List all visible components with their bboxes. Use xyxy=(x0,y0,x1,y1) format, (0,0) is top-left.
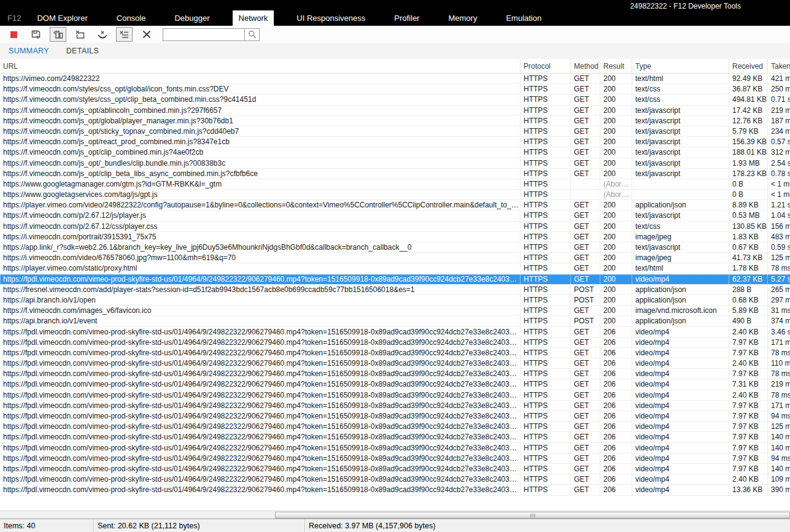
table-row[interactable]: https://fpdl.vimeocdn.com/vimeo-prod-sky… xyxy=(0,348,790,358)
table-row[interactable]: https://f.vimeocdn.com/js_opt/_bundles/c… xyxy=(0,158,790,169)
table-row[interactable]: https://i.vimeocdn.com/portrait/3915391_… xyxy=(0,232,790,242)
table-row[interactable]: https://app.link/_r?sdk=web2.26.1&branch… xyxy=(0,242,790,253)
clear-session-icon xyxy=(75,29,85,40)
table-row[interactable]: https://www.googletagservices.com/tag/js… xyxy=(0,190,790,200)
tab-console[interactable]: Console xyxy=(110,10,152,26)
cell-result: 200 xyxy=(600,126,632,136)
cell-taken: 78 ms xyxy=(768,369,790,379)
subtab-details[interactable]: DETAILS xyxy=(66,47,99,55)
table-row[interactable]: https://fpdl.vimeocdn.com/vimeo-prod-sky… xyxy=(0,464,790,474)
table-row[interactable]: https://f.vimeocdn.com/styles/css_opt/cl… xyxy=(0,94,790,105)
column-header-taken[interactable]: Taken xyxy=(768,59,790,73)
clear-cache-button[interactable] xyxy=(94,27,110,42)
cell-received: 7.97 KB xyxy=(729,464,768,474)
cell-type: text/css xyxy=(632,94,729,104)
capture-traffic-toggle-button[interactable] xyxy=(50,27,66,42)
table-row[interactable]: https://fpdl.vimeocdn.com/vimeo-prod-sky… xyxy=(0,369,790,379)
table-row[interactable]: https://player.vimeo.com/static/proxy.ht… xyxy=(0,263,790,274)
cell-type: video/mp4 xyxy=(632,348,729,358)
cell-result: 200 xyxy=(600,169,632,179)
search-button[interactable] xyxy=(244,29,259,40)
cell-type: application/json xyxy=(632,316,729,326)
table-row[interactable]: https://fpdl.vimeocdn.com/vimeo-prod-sky… xyxy=(0,443,790,453)
tab-memory[interactable]: Memory xyxy=(442,10,483,26)
tab-network[interactable]: Network xyxy=(233,10,274,26)
cell-protocol: HTTPS xyxy=(521,232,571,242)
table-row[interactable]: https://fpdl.vimeocdn.com/vimeo-prod-sky… xyxy=(0,453,790,464)
cell-received: 0 B xyxy=(729,190,768,199)
table-row[interactable]: https://fresnel.vimeocdn.com/add/player-… xyxy=(0,285,790,295)
tab-dom-explorer[interactable]: DOM Explorer xyxy=(31,10,93,26)
cell-method: GET xyxy=(571,106,600,115)
table-row[interactable]: https://f.vimeocdn.com/js_opt/clip_combi… xyxy=(0,147,790,158)
table-row[interactable]: https://fpdl.vimeocdn.com/vimeo-prod-sky… xyxy=(0,411,790,422)
table-row[interactable]: https://vimeo.com/249822322HTTPSGET200te… xyxy=(0,74,790,84)
cell-protocol: HTTPS xyxy=(521,337,571,347)
horizontal-scrollbar-thumb[interactable] xyxy=(275,512,790,519)
cell-result: 206 xyxy=(600,348,632,358)
tab-profiler[interactable]: Profiler xyxy=(388,10,425,26)
column-header-url[interactable]: URL xyxy=(0,59,521,73)
cell-type: text/css xyxy=(632,222,729,231)
table-row[interactable]: https://fpdl.vimeocdn.com/vimeo-prod-sky… xyxy=(0,401,790,411)
column-header-method[interactable]: Method xyxy=(571,59,600,73)
table-row[interactable]: https://f.vimeocdn.com/js_opt/ablincoln_… xyxy=(0,106,790,116)
table-row[interactable]: https://fpdl.vimeocdn.com/vimeo-prod-sky… xyxy=(0,422,790,432)
table-row[interactable]: https://player.vimeo.com/video/249822322… xyxy=(0,200,790,210)
cell-received: 8.89 KB xyxy=(729,200,768,210)
cell-url: https://fpdl.vimeocdn.com/vimeo-prod-sky… xyxy=(0,464,521,474)
clear-session-button[interactable] xyxy=(72,27,88,42)
cell-result: 200 xyxy=(600,222,632,231)
table-row[interactable]: https://f.vimeocdn.com/images_v6/favicon… xyxy=(0,306,790,316)
table-row[interactable]: https://f.vimeocdn.com/js_opt/react_prod… xyxy=(0,137,790,147)
table-row[interactable]: https://fpdl.vimeocdn.com/vimeo-prod-sky… xyxy=(0,358,790,369)
table-row[interactable]: https://f.vimeocdn.com/js_opt/global/pla… xyxy=(0,116,790,126)
cell-type xyxy=(632,179,729,189)
table-row[interactable]: https://fpdl.vimeocdn.com/vimeo-prod-sky… xyxy=(0,485,790,495)
table-row[interactable]: https://f.vimeocdn.com/js_opt/clip_beta_… xyxy=(0,169,790,179)
cell-method: GET xyxy=(571,306,600,315)
cell-url: https://f.vimeocdn.com/js_opt/react_prod… xyxy=(0,137,521,147)
column-header-type[interactable]: Type xyxy=(632,59,729,73)
cell-received: 7.97 KB xyxy=(729,348,768,358)
clear-on-navigate-toggle-button[interactable] xyxy=(116,27,133,42)
table-row[interactable]: https://f.vimeocdn.com/p/2.67.12/js/play… xyxy=(0,210,790,221)
table-row[interactable]: https://fpdl.vimeocdn.com/vimeo-prod-sky… xyxy=(0,390,790,401)
cell-taken: 140 ms xyxy=(768,464,790,474)
cell-type: text/javascript xyxy=(632,137,729,147)
cell-url: https://fpdl.vimeocdn.com/vimeo-prod-sky… xyxy=(0,401,521,411)
cell-taken: 0.78 s xyxy=(768,169,790,179)
table-row[interactable]: https://fpdl.vimeocdn.com/vimeo-prod-sky… xyxy=(0,432,790,442)
column-header-protocol[interactable]: Protocol xyxy=(521,59,571,73)
cell-type: video/mp4 xyxy=(632,337,729,347)
cell-result: 206 xyxy=(600,327,632,337)
table-row[interactable]: https://api.branch.io/v1/eventHTTPSPOST2… xyxy=(0,316,790,326)
column-header-result[interactable]: Result xyxy=(600,59,632,73)
cell-received: 36.87 KB xyxy=(729,84,768,94)
search-input[interactable] xyxy=(163,29,244,40)
table-row[interactable]: https://fpdl.vimeocdn.com/vimeo-prod-sky… xyxy=(0,337,790,348)
table-row[interactable]: https://fpdl.vimeocdn.com/vimeo-prod-sky… xyxy=(0,379,790,390)
subtab-summary[interactable]: SUMMARY xyxy=(9,47,49,55)
table-row[interactable]: https://api.branch.io/v1/openHTTPSPOST20… xyxy=(0,295,790,306)
cell-received: 1.83 KB xyxy=(729,232,768,242)
table-row[interactable]: https://fpdl.vimeocdn.com/vimeo-prod-sky… xyxy=(0,274,790,285)
tab-emulation[interactable]: Emulation xyxy=(500,10,548,26)
cell-type: application/json xyxy=(632,200,729,210)
table-row[interactable]: https://www.googletagmanager.com/gtm.js?… xyxy=(0,179,790,190)
clear-entries-button[interactable] xyxy=(138,27,155,42)
table-row[interactable]: https://i.vimeocdn.com/video/676578060.j… xyxy=(0,253,790,263)
table-row[interactable]: https://fpdl.vimeocdn.com/vimeo-prod-sky… xyxy=(0,327,790,337)
cell-method: GET xyxy=(571,263,600,273)
cell-type: image/jpeg xyxy=(632,232,729,242)
table-row[interactable]: https://f.vimeocdn.com/js_opt/sticky_top… xyxy=(0,126,790,137)
tab-debugger[interactable]: Debugger xyxy=(168,10,215,26)
table-row[interactable]: https://f.vimeocdn.com/p/2.67.12/css/pla… xyxy=(0,222,790,232)
table-row[interactable]: https://f.vimeocdn.com/styles/css_opt/gl… xyxy=(0,84,790,94)
record-stop-button[interactable] xyxy=(6,27,22,42)
table-row[interactable]: https://fpdl.vimeocdn.com/vimeo-prod-sky… xyxy=(0,474,790,485)
tab-ui-responsiveness[interactable]: UI Responsiveness xyxy=(290,10,371,26)
export-har-button[interactable] xyxy=(28,27,44,42)
column-header-received[interactable]: Received xyxy=(729,59,768,73)
horizontal-scrollbar[interactable] xyxy=(0,511,790,519)
